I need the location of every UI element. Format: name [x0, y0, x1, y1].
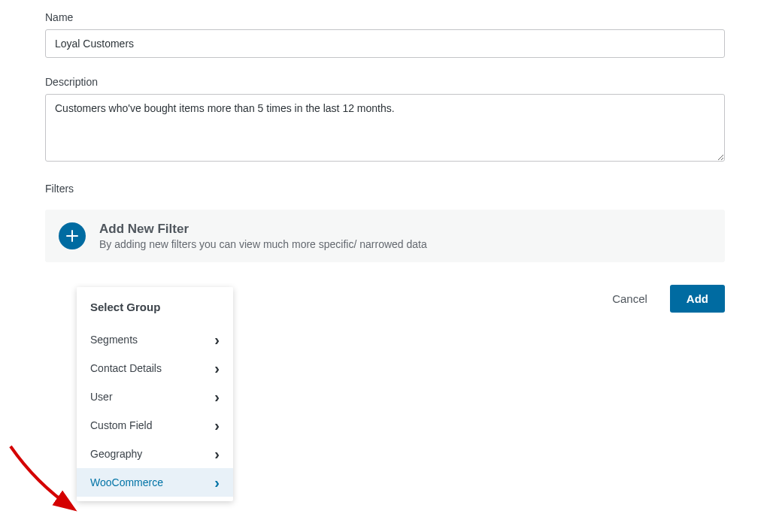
cancel-button[interactable]: Cancel — [609, 286, 650, 311]
chevron-right-icon: › — [214, 420, 220, 431]
filters-heading: Filters — [45, 183, 725, 195]
plus-icon — [66, 230, 78, 242]
chevron-right-icon: › — [214, 334, 220, 345]
name-input[interactable] — [45, 29, 725, 58]
chevron-right-icon: › — [214, 449, 220, 459]
description-label: Description — [45, 76, 725, 88]
dropdown-item-label: Contact Details — [90, 362, 162, 374]
dropdown-item-woocommerce[interactable]: WooCommerce› — [77, 468, 233, 497]
dropdown-title: Select Group — [77, 301, 233, 325]
dropdown-item-label: WooCommerce — [90, 476, 163, 488]
chevron-right-icon: › — [214, 391, 220, 402]
name-field-group: Name — [45, 11, 725, 58]
add-filter-button[interactable] — [59, 222, 86, 249]
chevron-right-icon: › — [214, 477, 220, 488]
add-filter-desc: By adding new filters you can view much … — [99, 238, 711, 250]
dropdown-item-custom-field[interactable]: Custom Field› — [77, 411, 233, 440]
dropdown-item-geography[interactable]: Geography› — [77, 440, 233, 468]
add-filter-box: Add New Filter By adding new filters you… — [45, 210, 725, 262]
add-filter-title: Add New Filter — [99, 222, 711, 237]
dropdown-item-label: Segments — [90, 334, 138, 346]
dropdown-item-label: Geography — [90, 448, 142, 460]
dropdown-item-segments[interactable]: Segments› — [77, 325, 233, 354]
name-label: Name — [45, 11, 725, 23]
add-filter-text: Add New Filter By adding new filters you… — [99, 222, 711, 250]
add-button[interactable]: Add — [670, 285, 725, 313]
chevron-right-icon: › — [214, 363, 220, 373]
dropdown-item-user[interactable]: User› — [77, 382, 233, 411]
description-field-group: Description Customers who've bought item… — [45, 76, 725, 165]
dropdown-item-contact-details[interactable]: Contact Details› — [77, 354, 233, 382]
description-textarea[interactable]: Customers who've bought items more than … — [45, 94, 725, 162]
dropdown-item-label: Custom Field — [90, 419, 152, 431]
arrow-annotation-icon — [6, 442, 81, 517]
select-group-dropdown: Select Group Segments›Contact Details›Us… — [77, 287, 233, 501]
dropdown-item-label: User — [90, 391, 113, 403]
